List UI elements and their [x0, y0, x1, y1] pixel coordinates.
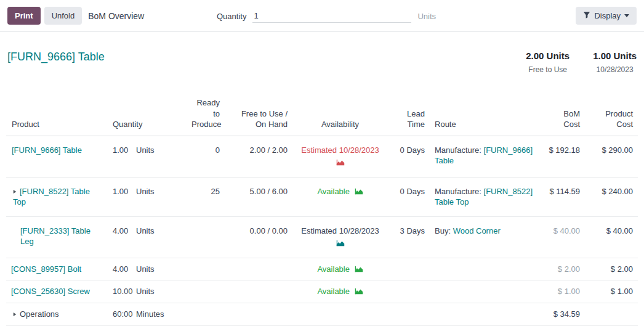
uom-cell: Units — [131, 136, 187, 177]
availability-cell — [292, 303, 388, 326]
table-row: Operations 60:00 Minutes $ 34.59 — [6, 303, 638, 326]
route-cell: Manufacture: [FURN_8522] Table Top — [430, 177, 541, 216]
qty-cell: 4.00 — [108, 258, 131, 280]
col-header-free-on-hand: Free to Use / On Hand — [225, 94, 292, 136]
lead-time-cell — [388, 280, 430, 303]
product-cost-cell: $ 290.00 — [585, 136, 638, 177]
col-header-product-cost: Product Cost — [585, 94, 638, 136]
qty-cell: 1.00 — [108, 177, 131, 216]
area-chart-icon[interactable] — [355, 286, 363, 297]
unfold-button[interactable]: Unfold — [44, 7, 83, 25]
bom-cost-cell: $ 2.00 — [541, 258, 585, 280]
bom-cost-cell: $ 34.59 — [541, 303, 585, 326]
free-on-hand-cell — [225, 303, 292, 326]
area-chart-icon[interactable] — [355, 186, 363, 197]
ready-cell: 25 — [187, 177, 225, 216]
free-on-hand-cell — [225, 258, 292, 280]
col-header-availability: Availability — [292, 94, 388, 136]
route-cell — [430, 280, 541, 303]
table-row: [FURN_8522] Table Top 1.00 Units 25 5.00… — [6, 177, 638, 216]
table-header-row: Product Quantity Ready to Produce Free t… — [6, 94, 638, 136]
quantity-group: Quantity Units — [217, 0, 436, 32]
lead-time-cell: 0 Days — [388, 136, 430, 177]
route-link[interactable]: Wood Corner — [453, 226, 501, 235]
lead-time-cell — [388, 258, 430, 280]
table-row: [CONS_89957] Bolt 4.00 Units Available $… — [6, 258, 638, 280]
product-link[interactable]: [FURN_2333] Table Leg — [20, 226, 91, 247]
col-header-quantity: Quantity — [108, 94, 187, 136]
bom-cost-cell: $ 40.00 — [541, 216, 585, 258]
product-cost-cell — [585, 303, 638, 326]
toolbar: Print Unfold BoM Overview Quantity Units… — [0, 0, 644, 32]
route-cell — [430, 303, 541, 326]
col-header-product: Product — [6, 94, 108, 136]
availability-text: Available — [317, 264, 350, 274]
free-on-hand-cell — [225, 280, 292, 303]
stat-on-date: 1.00 Units 10/28/2023 — [593, 51, 637, 74]
col-header-lead-time: Lead Time — [388, 94, 430, 136]
ready-cell — [187, 280, 225, 303]
ready-cell — [187, 258, 225, 280]
lead-time-cell: 0 Days — [388, 177, 430, 216]
product-link[interactable]: [FURN_8522] Table Top — [13, 187, 90, 207]
lead-time-cell — [388, 303, 430, 326]
availability-cell: Available — [317, 264, 363, 274]
area-chart-icon[interactable] — [336, 157, 345, 168]
expand-caret-icon[interactable] — [13, 186, 17, 197]
uom-cell: Units — [131, 216, 187, 258]
product-cost-cell: $ 40.00 — [585, 216, 638, 258]
col-header-ready: Ready to Produce — [187, 94, 225, 136]
uom-cell: Units — [131, 280, 187, 303]
display-dropdown-button[interactable]: Display — [576, 7, 637, 25]
availability-cell: Available — [317, 187, 363, 196]
stat-value: 1.00 Units — [593, 51, 637, 61]
quantity-input[interactable] — [252, 10, 411, 23]
product-link[interactable]: [CONS_25630] Screw — [11, 287, 90, 296]
free-on-hand-cell: 5.00 / 6.00 — [225, 177, 292, 216]
qty-cell: 4.00 — [108, 216, 131, 258]
col-header-route: Route — [430, 94, 541, 136]
ready-cell: 0 — [187, 136, 225, 177]
bom-product-title: [FURN_9666] Table — [7, 51, 105, 63]
free-on-hand-cell: 2.00 / 2.00 — [225, 136, 292, 177]
bom-cost-cell: $ 1.00 — [541, 280, 585, 303]
stat-value: 2.00 Units — [526, 51, 570, 61]
footer-product-cost: $ 290.00 — [585, 325, 638, 331]
caret-down-icon — [624, 14, 629, 17]
availability-text: Estimated 10/28/2023 — [301, 145, 379, 155]
availability-text: Available — [317, 287, 350, 296]
stat-free-to-use: 2.00 Units Free to Use — [526, 51, 570, 74]
qty-cell: 60:00 — [108, 303, 131, 326]
product-cost-cell: $ 240.00 — [585, 177, 638, 216]
footer-bom-cost: $ 192.18 — [541, 325, 585, 331]
summary-stats: 2.00 Units Free to Use 1.00 Units 10/28/… — [526, 51, 637, 74]
route-prefix: Buy: — [435, 226, 451, 235]
route-cell: Manufacture: [FURN_9666] Table — [430, 136, 541, 177]
quantity-unit-label: Units — [417, 12, 436, 21]
product-link[interactable]: [FURN_9666] Table — [12, 145, 82, 155]
table-row: [FURN_9666] Table 1.00 Units 0 2.00 / 2.… — [6, 136, 638, 177]
ready-cell — [187, 216, 225, 258]
bom-cost-cell: $ 192.18 — [541, 136, 585, 177]
print-button[interactable]: Print — [7, 7, 41, 25]
operations-label: Operations — [20, 309, 59, 319]
bom-cost-cell: $ 114.59 — [541, 177, 585, 216]
route-cell: Buy: Wood Corner — [430, 216, 541, 258]
uom-cell: Minutes — [131, 303, 187, 326]
stat-caption: Free to Use — [526, 65, 570, 74]
area-chart-icon[interactable] — [355, 264, 363, 275]
area-chart-icon[interactable] — [336, 238, 345, 249]
uom-cell: Units — [131, 177, 187, 216]
route-cell — [430, 258, 541, 280]
display-label: Display — [594, 11, 621, 20]
expand-caret-icon[interactable] — [13, 309, 17, 320]
product-link[interactable]: [CONS_89957] Bolt — [11, 264, 81, 274]
availability-cell: Available — [317, 287, 363, 296]
availability-cell: Estimated 10/28/2023 — [297, 226, 383, 249]
table-row: [FURN_2333] Table Leg 4.00 Units 0.00 / … — [6, 216, 638, 258]
stat-caption: 10/28/2023 — [593, 65, 637, 74]
qty-cell: 1.00 — [108, 136, 131, 177]
lead-time-cell: 3 Days — [388, 216, 430, 258]
bom-table: Product Quantity Ready to Produce Free t… — [6, 94, 638, 331]
product-cost-cell: $ 2.00 — [585, 258, 638, 280]
